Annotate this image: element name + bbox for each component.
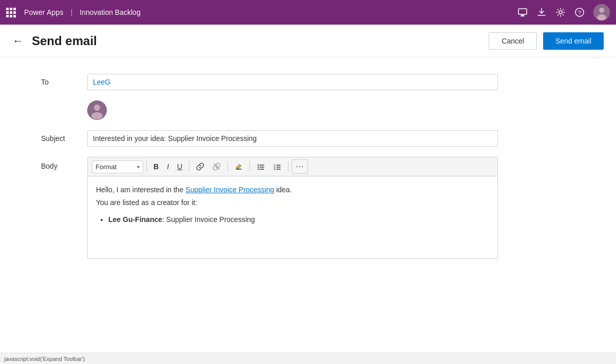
body-row: Body Format ▾ B I U [41,157,575,259]
toolbar-sep-1 [146,161,147,172]
contact-avatar [87,100,107,120]
subject-label: Subject [41,130,87,143]
statusbar: javascript:void('Expand Toolbar') [0,353,616,364]
bullet-rest-text: : Supplier Invoice Processing [162,215,255,224]
body-line1-post: idea. [274,186,292,194]
subject-input[interactable] [87,130,498,147]
page-title: Send email [32,34,489,48]
toolbar-sep-4 [249,161,250,172]
list-item: Lee Gu-Finance: Supplier Invoice Process… [108,214,489,225]
body-line1: Hello, I am interested in the Supplier I… [96,185,489,195]
more-button[interactable]: ··· [292,159,308,174]
format-select-arrow: ▾ [137,164,140,170]
product-name: Power Apps [24,8,64,16]
svg-rect-0 [518,9,527,14]
svg-point-8 [597,14,606,21]
topbar: Power Apps | Innovation Backlog ? [0,0,616,25]
unlink-button[interactable] [209,160,224,173]
svg-rect-2 [521,16,525,17]
format-select[interactable]: Format ▾ [92,160,143,173]
send-email-button[interactable]: Send email [543,32,604,50]
download-icon[interactable] [537,7,546,17]
app-name: Innovation Backlog [80,8,140,16]
ordered-list-button[interactable]: 1.2.3. [270,160,285,173]
svg-point-17 [258,169,259,170]
gear-icon[interactable] [555,7,566,17]
svg-point-11 [91,112,103,119]
back-arrow-icon: ← [12,34,24,48]
subject-row: Subject [41,130,575,147]
page-header: ← Send email Cancel Send email [0,25,616,57]
editor-toolbar: Format ▾ B I U [88,157,497,176]
body-line2: You are listed as a creator for it: [96,197,489,208]
topbar-separator: | [71,8,73,16]
format-select-label: Format [95,163,135,171]
svg-text:3.: 3. [274,168,276,171]
svg-rect-1 [521,15,524,16]
body-label: Body [41,157,87,170]
monitor-icon[interactable] [517,7,528,17]
svg-point-7 [599,8,604,13]
link-button[interactable] [192,160,208,173]
unordered-list-button[interactable] [253,160,268,173]
contact-avatar-row [41,100,575,120]
to-label: To [41,74,87,86]
cancel-button[interactable]: Cancel [489,32,537,50]
toolbar-sep-3 [227,161,228,172]
statusbar-text: javascript:void('Expand Toolbar') [4,356,85,362]
highlight-button[interactable] [231,160,246,173]
to-input[interactable] [87,74,498,90]
underline-button[interactable]: U [174,160,186,173]
svg-point-10 [94,105,100,111]
svg-point-13 [258,165,259,166]
user-avatar[interactable] [593,4,610,21]
to-field-wrap [87,74,498,90]
svg-text:?: ? [578,10,581,16]
editor-content[interactable]: Hello, I am interested in the Supplier I… [88,176,497,258]
toolbar-sep-5 [288,161,288,172]
bullet-list: Lee Gu-Finance: Supplier Invoice Process… [108,214,489,225]
to-row: To [41,74,575,90]
header-actions: Cancel Send email [489,32,604,50]
italic-button[interactable]: I [163,160,172,173]
body-editor-wrap: Format ▾ B I U [87,157,498,259]
subject-field-wrap [87,130,498,147]
body-line1-pre: Hello, I am interested in the [96,186,185,194]
svg-line-12 [214,164,220,170]
topbar-actions: ? [517,4,610,21]
bullet-bold-text: Lee Gu-Finance [108,215,162,224]
help-icon[interactable]: ? [575,8,584,17]
grid-icon[interactable] [6,8,16,17]
svg-point-3 [559,11,562,14]
email-form: To Subject Body Format ▾ B [0,57,616,275]
body-link[interactable]: Supplier Invoice Processing [185,186,274,194]
back-button[interactable]: ← [12,34,24,48]
bold-button[interactable]: B [150,160,162,173]
toolbar-sep-2 [189,161,189,172]
svg-point-15 [258,167,259,168]
